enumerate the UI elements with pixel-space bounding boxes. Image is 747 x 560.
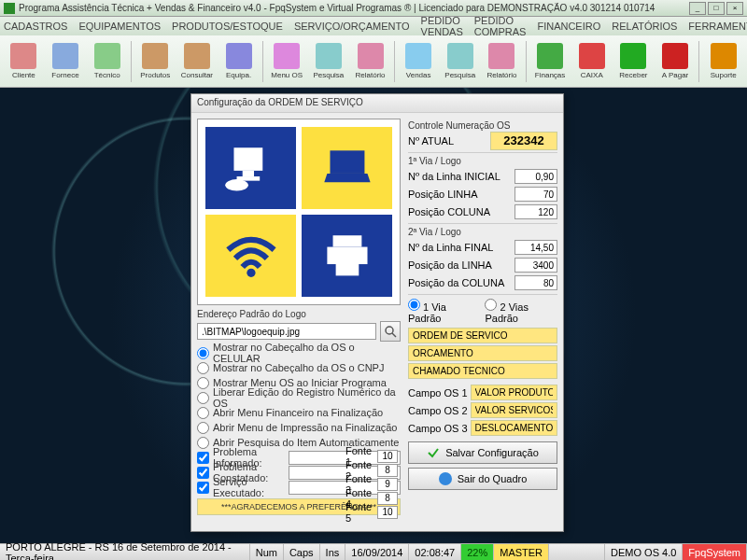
browse-button[interactable] — [380, 321, 401, 342]
font-input[interactable] — [377, 506, 398, 519]
option-radio[interactable]: Mostrar no Cabeçalho da OS o CNPJ — [197, 360, 401, 375]
radio-label: Liberar Edição do Registro Numérico da O… — [213, 386, 401, 409]
num-input[interactable] — [514, 204, 557, 219]
menu-financeiro[interactable]: FINANCEIRO — [537, 21, 600, 32]
campo-input[interactable] — [471, 402, 557, 418]
status-date-text: PORTO ALEGRE - RS 16 de Setembro de 2014… — [0, 544, 250, 560]
menu-relatórios[interactable]: RELATÓRIOS — [612, 21, 677, 32]
font-input[interactable] — [377, 450, 398, 463]
campo-label: Campo OS 1 — [408, 387, 468, 399]
maximize-button[interactable]: □ — [708, 2, 725, 15]
option-radio[interactable]: Abrir Menu de Impressão na Finalização — [197, 420, 401, 435]
tool-produtos[interactable]: Produtos — [135, 38, 176, 85]
computer-icon — [219, 139, 283, 197]
tool-icon — [579, 43, 605, 69]
font-input[interactable] — [377, 464, 398, 477]
save-button[interactable]: Salvar Configuração — [408, 441, 557, 464]
tool-label: Cliente — [12, 71, 35, 79]
tool-icon — [10, 43, 36, 69]
toolbar: ClienteForneceTécnicoProdutosConsultarEq… — [0, 35, 747, 88]
type-field[interactable] — [408, 345, 557, 361]
campo-input[interactable] — [471, 420, 557, 436]
checkbox[interactable] — [197, 482, 209, 494]
tool-relatório[interactable]: Relatório — [350, 38, 390, 85]
tool-label: Consultar — [181, 71, 213, 79]
num-input[interactable] — [514, 169, 557, 184]
tool-suporte[interactable]: Suporte — [703, 38, 743, 85]
campo-input[interactable] — [471, 385, 557, 400]
atual-label: Nº ATUAL — [408, 135, 454, 147]
tool-a pagar[interactable]: A Pagar — [655, 38, 696, 85]
minimize-button[interactable]: _ — [689, 2, 706, 15]
radio-input[interactable] — [197, 362, 209, 374]
radio-label: Mostrar no Cabeçalho da OS o CNPJ — [213, 362, 384, 373]
status-demo: DEMO OS 4.0 — [605, 544, 683, 560]
menu-produtos/estoque[interactable]: PRODUTOS/ESTOQUE — [172, 21, 283, 32]
tool-label: Equipa. — [226, 71, 251, 79]
svg-rect-8 — [332, 235, 361, 246]
tool-label: Pesquisa — [313, 71, 344, 79]
radio-input[interactable] — [197, 407, 209, 419]
menu-pedido compras[interactable]: PEDIDO COMPRAS — [474, 15, 527, 37]
menu-serviço/orçamento[interactable]: SERVIÇO/ORÇAMENTO — [294, 21, 410, 32]
tool-menu os[interactable]: Menu OS — [267, 38, 307, 85]
printer-icon — [316, 227, 379, 285]
status-num: Num — [250, 544, 284, 560]
svg-point-11 — [386, 327, 393, 334]
via-radio[interactable]: 2 Vias Padrão — [485, 299, 557, 324]
tool-vendas[interactable]: Vendas — [399, 38, 439, 85]
num-label: Posição da LINHA — [408, 259, 492, 271]
tool-cliente[interactable]: Cliente — [4, 38, 44, 85]
save-button-label: Salvar Configuração — [445, 447, 539, 458]
option-radio[interactable]: Liberar Edição do Registro Numérico da O… — [197, 390, 401, 405]
tool-pesquisa[interactable]: Pesquisa — [440, 38, 480, 85]
font-input[interactable] — [377, 478, 398, 491]
num-label: Posição COLUNA — [408, 206, 490, 217]
statusbar: PORTO ALEGRE - RS 16 de Setembro de 2014… — [0, 543, 747, 560]
num-input[interactable] — [514, 187, 557, 202]
tool-pesquisa[interactable]: Pesquisa — [309, 38, 349, 85]
checkbox[interactable] — [197, 452, 209, 464]
radio-label: Mostrar no Cabeçalho da OS o CELULAR — [213, 342, 401, 364]
tool-relatório[interactable]: Relatório — [482, 38, 522, 85]
tool-receber[interactable]: Receber — [613, 38, 654, 85]
radio-input[interactable] — [197, 392, 209, 404]
svg-rect-1 — [242, 171, 253, 176]
status-ins: Ins — [320, 544, 346, 560]
checkbox[interactable] — [197, 467, 209, 479]
radio-input[interactable] — [197, 422, 209, 434]
radio-input[interactable] — [197, 377, 209, 389]
num-input[interactable] — [514, 240, 557, 255]
tool-icon — [184, 43, 210, 69]
radio-input[interactable] — [197, 437, 209, 449]
tool-equipa.[interactable]: Equipa. — [218, 38, 259, 85]
tool-técnico[interactable]: Técnico — [87, 38, 127, 85]
logo-path-input[interactable] — [197, 323, 376, 340]
font-input[interactable] — [377, 492, 398, 505]
num-input[interactable] — [514, 275, 557, 290]
wifi-icon — [219, 227, 283, 285]
tool-icon — [94, 43, 120, 69]
radio-input[interactable] — [197, 347, 209, 359]
close-button[interactable]: × — [726, 2, 743, 15]
type-field[interactable] — [408, 328, 557, 343]
menu-ferramentas[interactable]: FERRAMENTAS — [688, 21, 747, 32]
via-radio[interactable]: 1 Via Padrão — [408, 299, 475, 324]
menu-pedido vendas[interactable]: PEDIDO VENDAS — [421, 15, 463, 37]
tool-label: Pesquisa — [444, 71, 475, 79]
type-field[interactable] — [408, 363, 557, 379]
tool-consultar[interactable]: Consultar — [177, 38, 218, 85]
dialog-title: Configuração da ORDEM DE SERVIÇO — [191, 94, 563, 113]
tool-caixa[interactable]: CAIXA — [571, 38, 612, 85]
menu-equipamentos[interactable]: EQUIPAMENTOS — [78, 21, 161, 32]
option-radio[interactable]: Abrir Menu Financeiro na Finalização — [197, 405, 401, 420]
menu-cadastros[interactable]: CADASTROS — [4, 21, 67, 32]
tool-finanças[interactable]: Finanças — [530, 38, 571, 85]
num-input[interactable] — [514, 258, 557, 273]
arrow-icon — [439, 472, 452, 485]
exit-button[interactable]: Sair do Quadro — [408, 468, 557, 490]
tool-icon — [711, 43, 737, 69]
tool-fornece[interactable]: Fornece — [46, 38, 86, 85]
tool-icon — [537, 43, 563, 69]
option-radio[interactable]: Mostrar no Cabeçalho da OS o CELULAR — [197, 345, 401, 360]
